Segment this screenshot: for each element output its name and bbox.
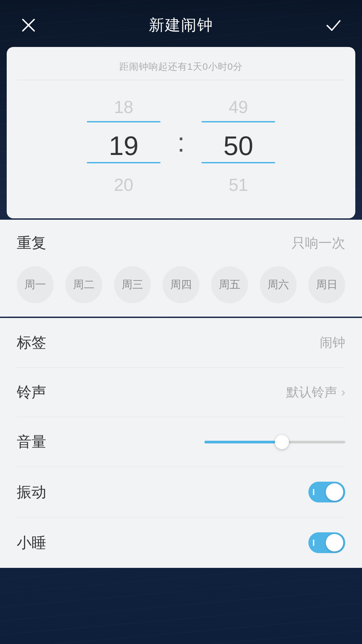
weekday-sat[interactable]: 周六 xyxy=(260,266,297,303)
hour-current[interactable]: 19 xyxy=(109,127,138,165)
repeat-section: 重复 只响一次 周一 周二 周三 周四 周五 周六 周日 xyxy=(0,220,362,317)
slider-track xyxy=(204,441,345,443)
volume-slider[interactable] xyxy=(204,441,345,443)
page-title: 新建闹钟 xyxy=(149,15,213,36)
slider-thumb[interactable] xyxy=(275,435,289,449)
minute-next: 51 xyxy=(229,168,248,202)
ringtone-value-text: 默认铃声 xyxy=(286,384,337,401)
chevron-right-icon: › xyxy=(341,385,345,399)
minute-prev: 49 xyxy=(229,90,248,124)
vibration-toggle[interactable]: I xyxy=(308,482,345,502)
toggle-knob-vibration xyxy=(326,483,343,501)
weekday-wed[interactable]: 周三 xyxy=(114,266,151,303)
label-row-label: 标签 xyxy=(17,333,46,353)
minute-current[interactable]: 50 xyxy=(224,127,253,165)
toggle-icon-vibration: I xyxy=(312,487,315,497)
countdown-text: 距闹钟响起还有1天0小时0分 xyxy=(7,57,355,80)
weekday-mon[interactable]: 周一 xyxy=(17,266,54,303)
time-separator: : xyxy=(171,127,191,158)
snooze-row[interactable]: 小睡 I xyxy=(17,518,345,568)
settings-section: 标签 闹钟 铃声 默认铃声 › 音量 振动 I 小睡 I xyxy=(0,318,362,568)
weekday-thu[interactable]: 周四 xyxy=(163,266,199,303)
ringtone-row[interactable]: 铃声 默认铃声 › xyxy=(17,368,345,417)
slider-fill xyxy=(204,441,282,443)
toggle-icon-snooze: I xyxy=(312,538,315,548)
ringtone-row-label: 铃声 xyxy=(17,382,46,402)
time-picker[interactable]: 18 19 20 : 49 50 51 xyxy=(7,80,355,205)
label-row-value: 闹钟 xyxy=(320,334,345,351)
hour-prev: 18 xyxy=(114,90,133,124)
volume-row-label: 音量 xyxy=(17,432,46,452)
hour-next: 20 xyxy=(114,168,133,202)
time-picker-card: 距闹钟响起还有1天0小时0分 18 19 20 : 49 50 51 xyxy=(7,47,355,218)
ringtone-row-value: 默认铃声 › xyxy=(286,384,345,401)
vibration-row-label: 振动 xyxy=(17,482,46,502)
label-row[interactable]: 标签 闹钟 xyxy=(17,318,345,368)
hour-column[interactable]: 18 19 20 xyxy=(77,90,171,202)
weekday-sun[interactable]: 周日 xyxy=(308,266,345,303)
repeat-label: 重复 xyxy=(17,233,46,253)
minute-column[interactable]: 49 50 51 xyxy=(191,90,285,202)
hour-underline-top xyxy=(87,121,161,122)
weekday-fri[interactable]: 周五 xyxy=(211,266,248,303)
confirm-button[interactable] xyxy=(322,13,345,37)
snooze-row-label: 小睡 xyxy=(17,533,46,553)
snooze-toggle[interactable]: I xyxy=(308,532,345,553)
repeat-value: 只响一次 xyxy=(292,234,345,252)
vibration-row[interactable]: 振动 I xyxy=(17,467,345,518)
repeat-row[interactable]: 重复 只响一次 xyxy=(17,233,345,253)
weekday-tue[interactable]: 周二 xyxy=(65,266,102,303)
weekdays-row: 周一 周二 周三 周四 周五 周六 周日 xyxy=(17,266,345,303)
minute-underline-top xyxy=(201,121,275,122)
close-button[interactable] xyxy=(17,13,40,37)
toggle-knob-snooze xyxy=(326,534,343,551)
header: 新建闹钟 xyxy=(0,0,362,47)
volume-row[interactable]: 音量 xyxy=(17,417,345,467)
